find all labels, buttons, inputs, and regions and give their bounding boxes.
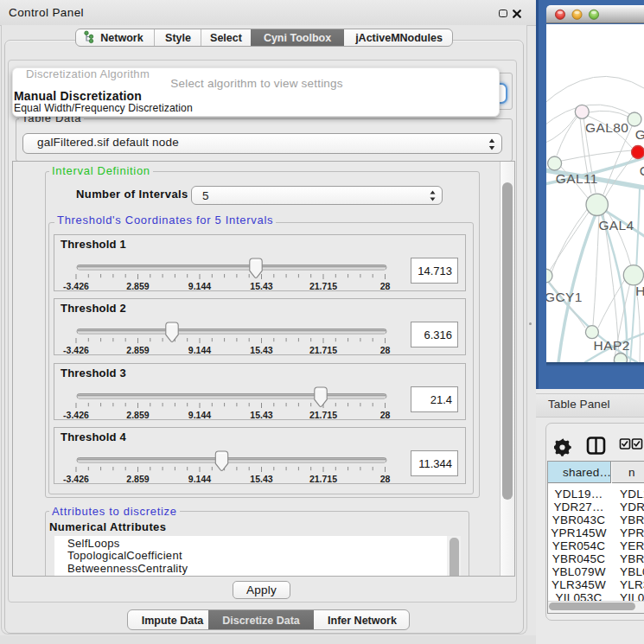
svg-text:2.859: 2.859: [126, 410, 149, 420]
svg-text:21.715: 21.715: [309, 345, 337, 355]
svg-text:15.43: 15.43: [250, 410, 272, 420]
svg-text:15.43: 15.43: [250, 281, 272, 291]
svg-text:GAL11: GAL11: [556, 171, 598, 186]
svg-text:2.859: 2.859: [126, 345, 149, 355]
svg-text:28: 28: [380, 281, 391, 291]
svg-text:C: C: [640, 163, 644, 178]
svg-text:-3.426: -3.426: [63, 474, 89, 484]
svg-text:GAL80: GAL80: [585, 120, 628, 135]
svg-text:HAP2: HAP2: [594, 338, 630, 353]
svg-text:-3.426: -3.426: [63, 281, 89, 291]
svg-text:28: 28: [380, 410, 391, 420]
svg-text:21.715: 21.715: [309, 281, 337, 291]
svg-text:9.144: 9.144: [188, 410, 211, 420]
svg-text:15.43: 15.43: [250, 474, 272, 484]
svg-text:21.715: 21.715: [309, 410, 337, 420]
svg-text:9.144: 9.144: [188, 345, 211, 355]
svg-text:GCY1: GCY1: [546, 290, 583, 304]
svg-text:9.144: 9.144: [188, 474, 211, 484]
svg-text:9.144: 9.144: [188, 281, 211, 291]
svg-text:28: 28: [380, 345, 391, 355]
svg-text:15.43: 15.43: [250, 345, 272, 355]
svg-text:-3.426: -3.426: [63, 410, 89, 420]
svg-text:GA: GA: [635, 127, 644, 142]
svg-text:2.859: 2.859: [126, 474, 149, 484]
svg-text:28: 28: [380, 474, 391, 484]
svg-text:-3.426: -3.426: [63, 345, 89, 355]
svg-text:H: H: [635, 284, 644, 298]
svg-text:2.859: 2.859: [126, 281, 149, 291]
svg-text:GAL4: GAL4: [598, 218, 634, 233]
svg-text:21.715: 21.715: [309, 474, 337, 484]
